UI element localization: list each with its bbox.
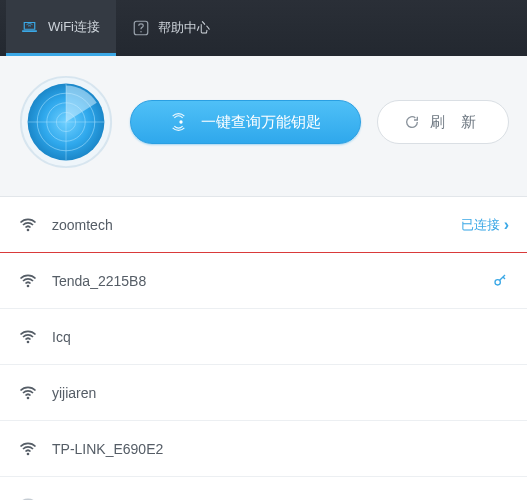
- signal-icon: [171, 112, 191, 132]
- network-row[interactable]: zoomtech已连接›: [0, 197, 527, 253]
- wifi-icon: [18, 495, 38, 501]
- wifi-icon: [18, 439, 38, 459]
- svg-point-9: [179, 120, 182, 123]
- wifi-icon: [18, 271, 38, 291]
- network-name: zoomtech: [52, 217, 447, 233]
- tab-help-label: 帮助中心: [158, 19, 210, 37]
- tab-wifi-label: WiFi连接: [48, 18, 100, 36]
- wifi-icon: [18, 383, 38, 403]
- network-name: Icq: [52, 329, 509, 345]
- svg-point-13: [27, 340, 30, 343]
- laptop-wifi-icon: [22, 18, 40, 36]
- network-name: GP: [52, 497, 509, 501]
- svg-point-12: [495, 279, 500, 284]
- network-name: TP-LINK_E690E2: [52, 441, 509, 457]
- wifi-icon: [18, 327, 38, 347]
- query-keys-button[interactable]: 一键查询万能钥匙: [130, 100, 361, 144]
- network-row[interactable]: Icq: [0, 309, 527, 365]
- tab-help[interactable]: 帮助中心: [116, 0, 226, 56]
- svg-point-1: [140, 31, 142, 33]
- refresh-button[interactable]: 刷 新: [377, 100, 509, 144]
- radar-icon: [18, 74, 114, 170]
- network-name: yijiaren: [52, 385, 509, 401]
- refresh-icon: [404, 114, 420, 130]
- svg-point-14: [27, 396, 30, 399]
- network-row[interactable]: Tenda_2215B8: [0, 253, 527, 309]
- wifi-icon: [18, 215, 38, 235]
- svg-point-15: [27, 452, 30, 455]
- query-keys-label: 一键查询万能钥匙: [201, 113, 321, 132]
- network-row[interactable]: GP: [0, 477, 527, 500]
- key-icon: [493, 273, 509, 289]
- hero-panel: 一键查询万能钥匙 刷 新: [0, 56, 527, 197]
- network-row[interactable]: TP-LINK_E690E2: [0, 421, 527, 477]
- connected-label: 已连接: [461, 216, 500, 234]
- topbar: WiFi连接 帮助中心: [0, 0, 527, 56]
- network-list: zoomtech已连接› Tenda_2215B8 Icq yijiaren T…: [0, 197, 527, 500]
- tab-wifi[interactable]: WiFi连接: [6, 0, 116, 56]
- network-name: Tenda_2215B8: [52, 273, 479, 289]
- svg-point-11: [27, 284, 30, 287]
- chevron-right-icon: ›: [504, 216, 509, 234]
- svg-point-10: [27, 228, 30, 231]
- help-icon: [132, 19, 150, 37]
- network-row[interactable]: yijiaren: [0, 365, 527, 421]
- connected-status[interactable]: 已连接›: [461, 216, 509, 234]
- refresh-label: 刷 新: [430, 113, 482, 132]
